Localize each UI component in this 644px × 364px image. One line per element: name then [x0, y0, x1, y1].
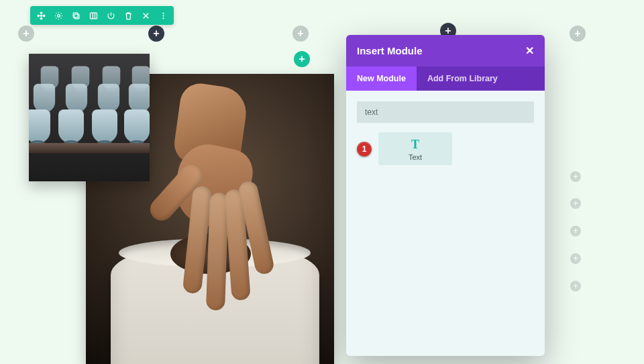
add-section-button[interactable]: +	[18, 26, 34, 42]
modal-close-button[interactable]: ✕	[525, 44, 534, 57]
plus-icon: +	[297, 28, 303, 40]
more-icon[interactable]	[158, 10, 168, 21]
insert-dot-3[interactable]: +	[570, 226, 581, 236]
columns-icon[interactable]	[88, 10, 99, 21]
add-module-button[interactable]: +	[294, 51, 310, 67]
plus-icon: +	[299, 53, 305, 65]
svg-point-0	[57, 14, 60, 17]
section-toolbar	[30, 6, 174, 25]
text-module-icon: T	[378, 138, 452, 152]
plus-icon: +	[153, 28, 159, 40]
tab-new-module[interactable]: New Module	[346, 66, 417, 91]
content-image-mugs	[29, 54, 150, 181]
plus-icon: +	[573, 281, 578, 291]
power-icon[interactable]	[105, 10, 116, 21]
step-badge: 1	[357, 142, 372, 156]
module-search-input[interactable]	[357, 101, 534, 123]
insert-module-modal: Insert Module ✕ New Module Add From Libr…	[346, 35, 545, 356]
svg-rect-1	[74, 14, 79, 19]
plus-icon: +	[574, 28, 580, 40]
module-label: Text	[378, 153, 452, 161]
insert-dot-1[interactable]: +	[570, 171, 581, 182]
modal-tabs: New Module Add From Library	[346, 66, 545, 91]
gear-icon[interactable]	[53, 10, 64, 21]
plus-icon: +	[573, 254, 578, 263]
plus-icon: +	[23, 28, 29, 40]
duplicate-icon[interactable]	[70, 10, 81, 21]
close-icon[interactable]	[140, 10, 151, 21]
add-row-button[interactable]: +	[148, 26, 164, 42]
modal-header: Insert Module ✕	[346, 35, 545, 66]
tab-add-from-library[interactable]: Add From Library	[417, 66, 508, 91]
svg-point-5	[162, 15, 164, 16]
add-section-button-3[interactable]: +	[570, 26, 586, 42]
plus-icon: +	[573, 172, 578, 181]
plus-icon: +	[573, 199, 578, 208]
add-section-button-2[interactable]: +	[292, 26, 309, 42]
insert-dot-4[interactable]: +	[570, 253, 581, 264]
trash-icon[interactable]	[123, 10, 133, 21]
plus-icon: +	[573, 226, 578, 236]
svg-rect-3	[90, 13, 97, 19]
svg-point-6	[162, 17, 164, 19]
modal-title: Insert Module	[357, 45, 423, 56]
insert-dot-5[interactable]: +	[570, 281, 581, 291]
move-icon[interactable]	[36, 10, 46, 21]
insert-dot-2[interactable]: +	[570, 198, 581, 209]
module-option-text[interactable]: T Text	[378, 132, 452, 165]
svg-point-4	[162, 12, 164, 13]
svg-rect-2	[73, 13, 78, 17]
